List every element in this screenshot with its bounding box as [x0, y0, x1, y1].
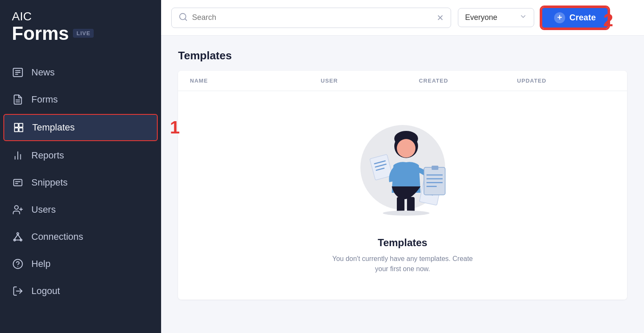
main-content: ✕ Everyone + Create 2 Templates NAME USE…	[161, 0, 644, 333]
app-name-line1: AIC	[12, 10, 149, 23]
sidebar-nav: News Forms	[0, 56, 161, 333]
reports-icon	[12, 150, 24, 161]
sidebar-item-connections[interactable]: Connections	[0, 223, 161, 250]
users-icon	[12, 204, 24, 216]
sidebar: AIC Forms LIVE News	[0, 0, 161, 333]
empty-state-title: Templates	[378, 237, 427, 249]
app-name-line2: Forms	[12, 23, 69, 44]
create-plus-icon: +	[554, 12, 565, 23]
connections-icon	[12, 231, 24, 243]
app-logo: AIC Forms LIVE	[0, 0, 161, 56]
col-header-user: USER	[321, 78, 419, 84]
sidebar-item-users-label: Users	[31, 204, 56, 215]
svg-rect-7	[19, 123, 23, 127]
help-icon	[12, 258, 24, 270]
svg-point-23	[13, 259, 22, 269]
empty-state-illustration	[343, 108, 462, 227]
live-badge: LIVE	[73, 29, 94, 38]
col-header-updated: UPDATED	[517, 78, 615, 84]
templates-table: NAME USER CREATED UPDATED	[178, 71, 627, 300]
create-button[interactable]: + Create	[541, 7, 609, 29]
svg-rect-40	[432, 166, 438, 170]
sidebar-item-help[interactable]: Help	[0, 250, 161, 278]
sidebar-item-news[interactable]: News	[0, 59, 161, 86]
svg-line-27	[185, 19, 187, 20]
topbar: ✕ Everyone + Create 2	[161, 0, 644, 36]
svg-point-38	[397, 139, 415, 158]
svg-line-20	[14, 235, 18, 239]
svg-point-47	[383, 211, 429, 216]
table-header-row: NAME USER CREATED UPDATED	[178, 71, 627, 91]
sidebar-item-reports-label: Reports	[31, 150, 64, 161]
sidebar-item-users[interactable]: Users	[0, 196, 161, 223]
svg-line-21	[18, 235, 21, 239]
sidebar-item-logout[interactable]: Logout	[0, 278, 161, 305]
sidebar-item-news-label: News	[31, 67, 55, 78]
everyone-dropdown[interactable]: Everyone	[458, 8, 534, 27]
sidebar-item-reports[interactable]: Reports	[0, 142, 161, 169]
sidebar-item-templates-label: Templates	[32, 122, 75, 133]
search-box[interactable]: ✕	[171, 8, 451, 28]
logout-icon	[12, 285, 24, 297]
sidebar-annotation-1: 1	[170, 117, 180, 138]
svg-rect-13	[14, 180, 22, 186]
svg-rect-6	[14, 123, 18, 127]
svg-rect-39	[424, 167, 445, 195]
sidebar-item-help-label: Help	[31, 258, 50, 269]
templates-icon	[13, 122, 25, 133]
empty-state-description: You don't currently have any templates. …	[332, 254, 473, 274]
forms-icon	[12, 94, 24, 105]
svg-rect-8	[14, 128, 18, 132]
svg-point-16	[14, 205, 18, 209]
search-input[interactable]	[192, 13, 432, 22]
sidebar-item-forms-label: Forms	[31, 94, 58, 105]
sidebar-item-forms[interactable]: Forms	[0, 86, 161, 113]
sidebar-item-snippets-label: Snippets	[31, 177, 68, 188]
content-area: Templates NAME USER CREATED UPDATED	[161, 36, 644, 333]
sidebar-item-snippets[interactable]: Snippets	[0, 169, 161, 196]
search-icon	[178, 12, 188, 23]
col-header-name: NAME	[190, 78, 321, 84]
sidebar-item-templates[interactable]: Templates	[3, 114, 158, 141]
sidebar-item-connections-label: Connections	[31, 231, 83, 242]
svg-rect-9	[19, 128, 23, 132]
news-icon	[12, 67, 24, 78]
svg-rect-28	[370, 154, 393, 180]
chevron-down-icon	[519, 13, 527, 22]
snippets-icon	[12, 177, 24, 189]
everyone-label: Everyone	[465, 13, 497, 22]
sidebar-item-logout-label: Logout	[31, 286, 60, 297]
col-header-created: CREATED	[419, 78, 517, 84]
empty-state: Templates You don't currently have any t…	[178, 91, 627, 300]
search-clear-icon[interactable]: ✕	[437, 13, 444, 23]
create-button-label: Create	[569, 13, 596, 22]
page-title: Templates	[178, 49, 627, 62]
